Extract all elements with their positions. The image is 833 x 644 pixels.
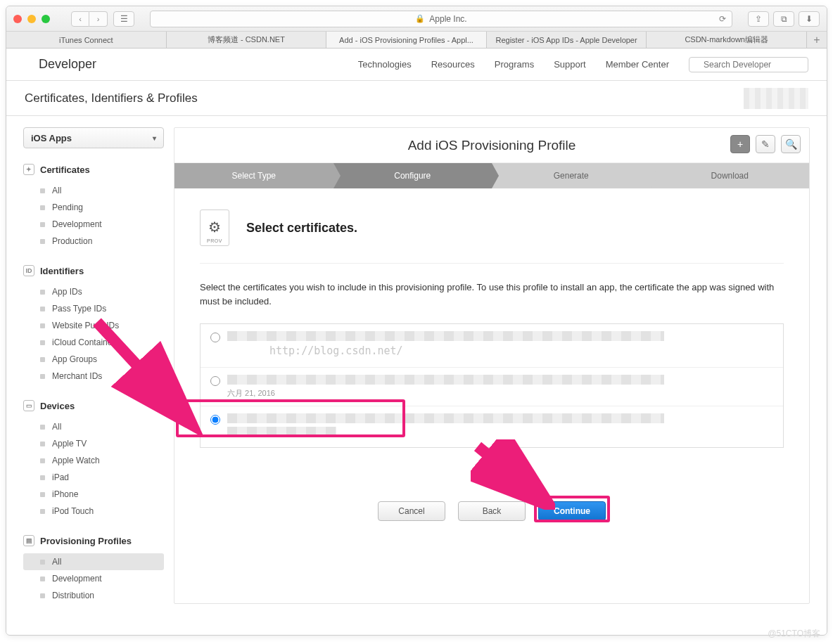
profile-icon: ▤ <box>23 535 34 546</box>
back-nav-button[interactable]: ‹ <box>71 11 89 27</box>
sidebar-item-icloud-containers[interactable]: iCloud Containers <box>23 334 164 351</box>
new-tab-button[interactable]: + <box>807 32 827 48</box>
developer-topnav: Developer Technologies Resources Program… <box>6 49 827 81</box>
watermark-text: http://blog.csdn.net/ <box>269 344 773 357</box>
tab-itunes-connect[interactable]: iTunes Connect <box>6 32 167 48</box>
safari-window: ‹ › ☰ 🔒 Apple Inc. ⟳ ⇪ ⧉ ⬇ iTunes Connec… <box>6 6 827 636</box>
url-host: Apple Inc. <box>429 14 466 24</box>
certificate-row[interactable]: 六月 21, 2016 <box>201 368 783 406</box>
sidebar: iOS Apps ▾ ✦Certificates All Pending Dev… <box>23 127 164 604</box>
tab-register-appid[interactable]: Register - iOS App IDs - Apple Developer <box>487 32 647 48</box>
tab-bar: iTunes Connect 博客频道 - CSDN.NET Add - iOS… <box>6 32 827 49</box>
certificate-radio-checked[interactable] <box>210 415 220 425</box>
sidebar-item-cert-production[interactable]: Production <box>23 233 164 250</box>
corner-watermark: @51CTO博客 <box>768 628 820 640</box>
certificate-icon: ✦ <box>23 164 34 175</box>
sidebar-item-website-push-ids[interactable]: Website Push IDs <box>23 317 164 334</box>
sidebar-head-profiles[interactable]: ▤Provisioning Profiles <box>23 535 164 546</box>
platform-dropdown[interactable]: iOS Apps ▾ <box>23 127 164 148</box>
developer-brand: Developer <box>39 57 96 72</box>
step-generate: Generate <box>492 163 651 188</box>
page-footer: Copyright © 2015 Apple Inc. All rights r… <box>6 625 827 635</box>
sidebar-item-dev-all[interactable]: All <box>23 418 164 435</box>
url-bar[interactable]: 🔒 Apple Inc. ⟳ <box>150 11 732 27</box>
share-icon[interactable]: ⇪ <box>748 11 769 27</box>
close-window-icon[interactable] <box>13 15 22 23</box>
forward-nav-button[interactable]: › <box>89 11 108 27</box>
certificate-row[interactable] <box>201 406 783 447</box>
step-select-type[interactable]: Select Type <box>174 163 333 188</box>
tabs-icon[interactable]: ⧉ <box>773 11 794 27</box>
titlebar: ‹ › ☰ 🔒 Apple Inc. ⟳ ⇪ ⧉ ⬇ <box>6 6 827 32</box>
zoom-window-icon[interactable] <box>42 15 50 23</box>
sidebar-item-cert-pending[interactable]: Pending <box>23 199 164 216</box>
cert-date: 六月 21, 2016 <box>227 388 773 399</box>
sidebar-item-prof-development[interactable]: Development <box>23 570 164 587</box>
certificate-radio[interactable] <box>210 333 220 342</box>
add-button[interactable]: + <box>730 135 750 153</box>
redacted-cert-name <box>227 331 664 341</box>
search-developer-input[interactable] <box>689 57 808 72</box>
sidebar-item-cert-all[interactable]: All <box>23 182 164 199</box>
gear-icon: ⚙ <box>208 219 221 236</box>
sidebar-item-apple-watch[interactable]: Apple Watch <box>23 452 164 469</box>
sidebar-toggle-icon[interactable]: ☰ <box>113 11 134 27</box>
nav-member-center[interactable]: Member Center <box>606 59 669 70</box>
section-title: Select certificates. <box>246 221 357 236</box>
chevron-down-icon: ▾ <box>153 134 156 142</box>
wizard-steps: Select Type Configure Generate Download <box>174 163 809 188</box>
sidebar-head-certificates[interactable]: ✦Certificates <box>23 164 164 175</box>
step-configure[interactable]: Configure <box>333 163 492 188</box>
back-button[interactable]: Back <box>458 501 526 521</box>
search-button[interactable]: 🔍 <box>781 135 801 153</box>
certificate-row[interactable]: http://blog.csdn.net/ <box>201 324 783 368</box>
sidebar-item-pass-type-ids[interactable]: Pass Type IDs <box>23 300 164 317</box>
main-title: Add iOS Provisioning Profile <box>408 138 576 153</box>
sidebar-item-prof-distribution[interactable]: Distribution <box>23 587 164 604</box>
tab-provisioning[interactable]: Add - iOS Provisioning Profiles - Appl..… <box>326 32 487 48</box>
provisioning-file-icon: ⚙ PROV <box>200 210 229 246</box>
sidebar-item-iphone[interactable]: iPhone <box>23 486 164 503</box>
annotation-arrow-continue <box>471 439 555 510</box>
sidebar-head-devices[interactable]: ▭Devices <box>23 400 164 411</box>
main-header: Add iOS Provisioning Profile + ✎ 🔍 <box>174 128 809 163</box>
cancel-button[interactable]: Cancel <box>378 501 445 521</box>
user-info-blurred <box>744 88 808 109</box>
sidebar-item-apple-tv[interactable]: Apple TV <box>23 435 164 452</box>
nav-support[interactable]: Support <box>554 59 586 70</box>
sidebar-head-identifiers[interactable]: IDIdentifiers <box>23 265 164 276</box>
nav-technologies[interactable]: Technologies <box>358 59 412 70</box>
sub-header: Certificates, Identifiers & Profiles <box>6 81 827 116</box>
edit-button[interactable]: ✎ <box>756 135 775 153</box>
id-icon: ID <box>23 265 34 276</box>
certificate-radio[interactable] <box>210 376 220 386</box>
continue-button[interactable]: Continue <box>538 501 606 521</box>
certificate-list: http://blog.csdn.net/ 六月 21, 2016 <box>200 323 784 448</box>
sidebar-item-app-ids[interactable]: App IDs <box>23 283 164 300</box>
redacted-cert-name <box>227 413 664 423</box>
sidebar-item-ipod-touch[interactable]: iPod Touch <box>23 503 164 520</box>
subhead-title: Certificates, Identifiers & Profiles <box>25 91 198 105</box>
lock-icon: 🔒 <box>415 14 425 23</box>
redacted-cert-name <box>227 375 664 385</box>
sidebar-item-cert-development[interactable]: Development <box>23 216 164 233</box>
svg-line-1 <box>478 446 538 496</box>
sidebar-item-prof-all[interactable]: All <box>23 553 164 570</box>
sidebar-item-ipad[interactable]: iPad <box>23 469 164 486</box>
button-row: Cancel Back Continue <box>200 489 784 541</box>
main-panel: Add iOS Provisioning Profile + ✎ 🔍 Selec… <box>174 127 810 604</box>
minimize-window-icon[interactable] <box>27 15 36 23</box>
section-description: Select the certificates you wish to incl… <box>200 281 784 308</box>
device-icon: ▭ <box>23 400 34 411</box>
tab-csdn-editor[interactable]: CSDN-markdown编辑器 <box>647 32 807 48</box>
sidebar-item-merchant-ids[interactable]: Merchant IDs <box>23 368 164 385</box>
step-download: Download <box>651 163 810 188</box>
tab-csdn-blog[interactable]: 博客频道 - CSDN.NET <box>167 32 327 48</box>
redacted-cert-sub <box>227 427 336 437</box>
nav-programs[interactable]: Programs <box>495 59 534 70</box>
reload-icon[interactable]: ⟳ <box>719 14 726 24</box>
nav-resources[interactable]: Resources <box>431 59 475 70</box>
sidebar-item-app-groups[interactable]: App Groups <box>23 351 164 368</box>
page-body: Developer Technologies Resources Program… <box>6 49 827 635</box>
downloads-icon[interactable]: ⬇ <box>799 11 820 27</box>
